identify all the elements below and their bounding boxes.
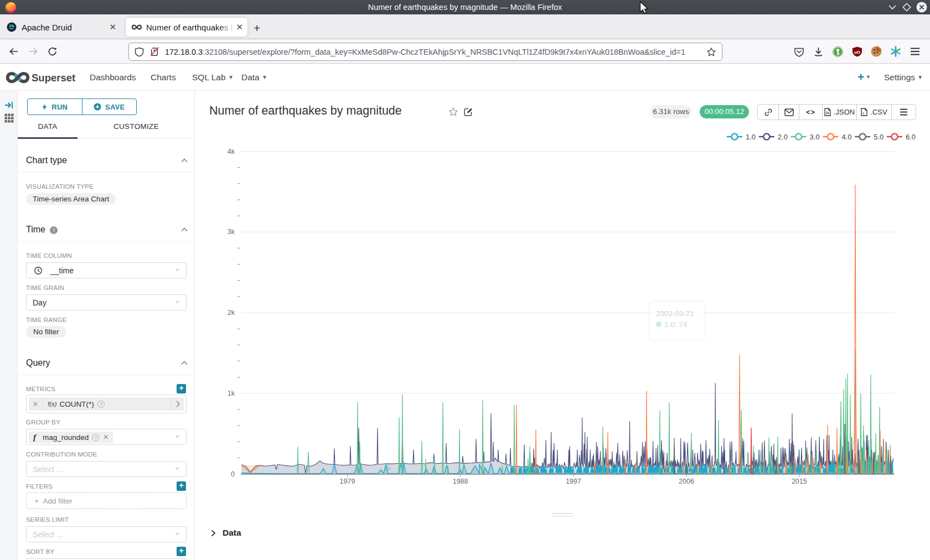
svg-text:1979: 1979 bbox=[340, 478, 355, 485]
svg-text:3k: 3k bbox=[228, 228, 235, 236]
svg-text:2015: 2015 bbox=[792, 478, 807, 485]
svg-text:1997: 1997 bbox=[566, 478, 581, 485]
svg-text:1k: 1k bbox=[228, 390, 235, 397]
svg-text:2006: 2006 bbox=[679, 478, 694, 485]
svg-text:4k: 4k bbox=[228, 148, 235, 155]
svg-text:1988: 1988 bbox=[453, 478, 468, 485]
svg-text:2k: 2k bbox=[228, 309, 235, 317]
svg-text:0: 0 bbox=[231, 470, 235, 478]
